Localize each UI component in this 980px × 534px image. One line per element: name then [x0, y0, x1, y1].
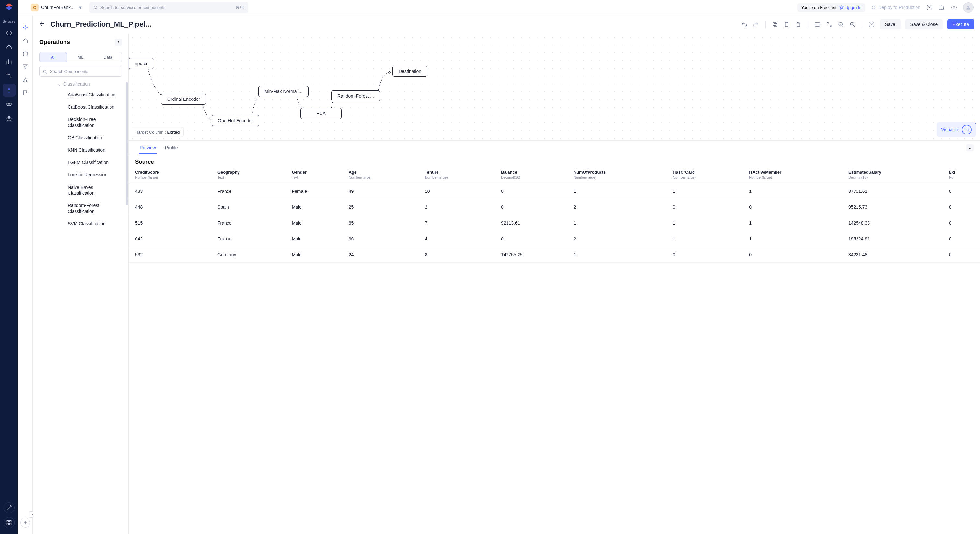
global-search[interactable]: Search for services or components ⌘+K — [89, 2, 248, 13]
chevron-down-icon: ▾ — [79, 5, 82, 11]
target-column-chip: Target Column : Exited — [132, 127, 184, 137]
search-placeholder: Search for services or components — [100, 5, 165, 10]
rail2-flag-icon[interactable] — [20, 87, 31, 98]
cell: 515 — [129, 215, 213, 231]
cell: Male — [288, 231, 345, 247]
cell: 7 — [421, 215, 490, 231]
ops-item[interactable]: Logistic Regression — [68, 168, 125, 181]
node-ordinal-encoder[interactable]: Ordinal Encoder — [161, 94, 206, 105]
ops-item[interactable]: KNN Classification — [68, 144, 125, 156]
cell: 642 — [129, 231, 213, 247]
svg-point-11 — [23, 51, 27, 53]
data-table: CreditScoreNumber(large)GeographyTextGen… — [129, 167, 490, 263]
project-selector[interactable]: C ChurnForBank... ▾ — [27, 2, 85, 13]
rail2-graph-icon[interactable] — [20, 74, 31, 85]
svg-point-2 — [8, 88, 10, 90]
svg-point-12 — [23, 81, 24, 82]
svg-point-14 — [26, 81, 27, 82]
nav-analytics-icon[interactable] — [3, 55, 16, 68]
services-label: Services — [3, 20, 15, 23]
topbar: C ChurnForBank... ▾ Search for services … — [18, 0, 490, 15]
page-title: Churn_Prediction_ML_Pipel... — [50, 20, 151, 29]
rail2-sparkle-icon[interactable] — [20, 22, 31, 33]
nav-cloud-icon[interactable] — [3, 41, 16, 54]
collapse-panel-icon[interactable]: ‹ — [115, 38, 122, 46]
ops-item[interactable]: Decision-Tree Classification — [68, 113, 125, 131]
ops-item[interactable]: SVM Classification — [68, 218, 125, 230]
cell: France — [213, 183, 288, 199]
cell: Male — [288, 215, 345, 231]
cell: Spain — [213, 199, 288, 215]
ops-item[interactable]: CatBoost Classification — [68, 101, 125, 113]
table-row[interactable]: 515FranceMale65792113.61111142548.330 — [129, 215, 490, 231]
page-header: Churn_Prediction_ML_Pipel... Save Save &… — [33, 15, 490, 33]
cell: 8 — [421, 247, 490, 263]
tab-profile[interactable]: Profile — [161, 141, 183, 154]
search-shortcut: ⌘+K — [235, 5, 244, 10]
rail2-funnel-icon[interactable] — [20, 61, 31, 72]
svg-point-13 — [25, 78, 25, 79]
cell: Male — [288, 199, 345, 215]
tab-ml[interactable]: ML — [67, 52, 94, 62]
node-random-forest[interactable]: Random-Forest ... — [331, 91, 380, 102]
table-row[interactable]: 448SpainMale252020095215.730 — [129, 199, 490, 215]
app-logo — [5, 3, 14, 12]
svg-point-27 — [43, 70, 46, 73]
nav-pipeline-icon[interactable] — [3, 84, 16, 97]
operations-panel: Operations ‹ All ML Data Search Componen… — [33, 33, 129, 263]
node-minmax-normalizer[interactable]: Min-Max Normali... — [258, 86, 309, 97]
column-header[interactable]: AgeNumber(large) — [345, 167, 421, 183]
table-row[interactable]: 433FranceFemale4910011187711.610 — [129, 183, 490, 199]
ops-item[interactable]: Naive Bayes Classification — [68, 181, 125, 199]
cell: 2 — [421, 199, 490, 215]
cell: 49 — [345, 183, 421, 199]
cell: Male — [288, 247, 345, 263]
category-classification[interactable]: ⌄ Classification — [39, 79, 125, 89]
components-search[interactable]: Search Components — [39, 66, 122, 77]
cell: France — [213, 231, 288, 247]
operations-title: Operations — [39, 39, 70, 46]
node-onehot-encoder[interactable]: One-Hot Encoder — [212, 115, 259, 126]
cell: 65 — [345, 215, 421, 231]
nav-code-icon[interactable] — [3, 27, 16, 40]
pipeline-canvas[interactable]: nputer Ordinal Encoder One-Hot Encoder M… — [129, 33, 490, 140]
cell: 448 — [129, 199, 213, 215]
column-header[interactable]: TenureNumber(large) — [421, 167, 490, 183]
nav-flow-icon[interactable] — [3, 69, 16, 82]
tab-all[interactable]: All — [39, 52, 67, 62]
cell: Germany — [213, 247, 288, 263]
project-badge: C — [31, 3, 38, 11]
tab-preview[interactable]: Preview — [135, 141, 161, 154]
cell: France — [213, 215, 288, 231]
operations-tabs: All ML Data — [39, 52, 122, 62]
chevron-down-icon: ⌄ — [57, 81, 61, 86]
source-label: Source — [129, 155, 490, 167]
cell: 532 — [129, 247, 213, 263]
tab-data[interactable]: Data — [94, 52, 121, 62]
scroll-thumb[interactable] — [126, 82, 128, 205]
nav-orbit-icon[interactable] — [3, 98, 16, 111]
svg-point-3 — [8, 104, 10, 105]
ops-item[interactable]: Random-Forest Classification — [68, 199, 125, 218]
table-row[interactable]: 532GermanyMale248142755.2510034231.480 — [129, 247, 490, 263]
ops-item[interactable]: GB Classification — [68, 132, 125, 144]
column-header[interactable]: CreditScoreNumber(large) — [129, 167, 213, 183]
node-imputer[interactable]: nputer — [129, 58, 154, 69]
secondary-rail: › — [18, 15, 33, 263]
cell: Female — [288, 183, 345, 199]
rail2-database-icon[interactable] — [20, 48, 31, 59]
project-name: ChurnForBank... — [41, 5, 75, 10]
column-header[interactable]: GenderText — [288, 167, 345, 183]
node-destination[interactable]: Destination — [393, 66, 428, 77]
svg-point-15 — [94, 6, 97, 8]
back-button[interactable] — [38, 20, 46, 29]
nav-workspace-icon[interactable] — [3, 112, 16, 125]
cell: 4 — [421, 231, 490, 247]
column-header[interactable]: GeographyText — [213, 167, 288, 183]
ops-item[interactable]: AdaBoost Classification — [68, 89, 125, 101]
nav-rail: Services — [0, 0, 18, 263]
table-row[interactable]: 642FranceMale3640211195224.910 — [129, 231, 490, 247]
node-pca[interactable]: PCA — [301, 108, 342, 119]
ops-item[interactable]: LGBM Classification — [68, 156, 125, 168]
rail2-home-icon[interactable] — [20, 35, 31, 46]
